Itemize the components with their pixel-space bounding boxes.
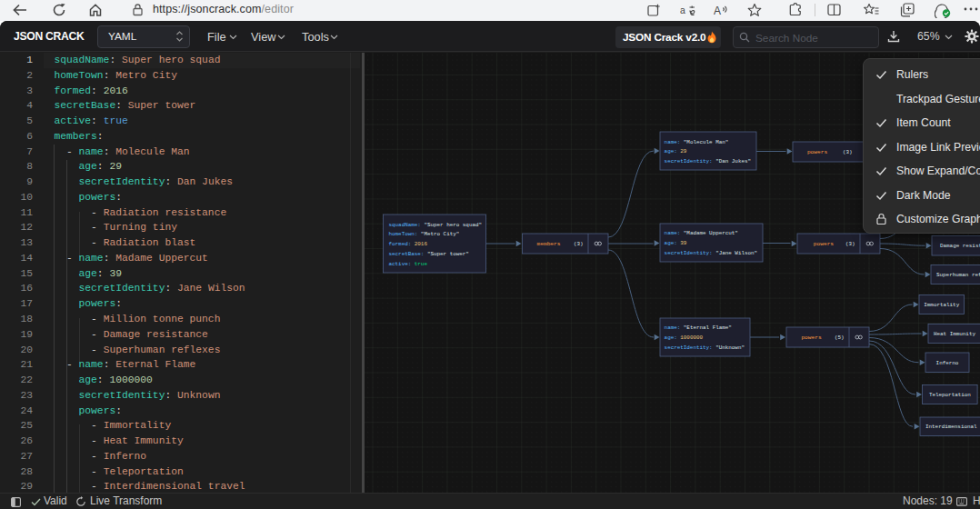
svg-text:Immortality: Immortality [924,302,959,308]
svg-text:secretIdentity: "Jane Wilson": secretIdentity: "Jane Wilson" [665,250,758,256]
svg-text:(3): (3) [574,241,584,247]
svg-text:(3): (3) [843,149,853,155]
svg-text:age: 29: age: 29 [665,148,687,155]
svg-text:age: 1000000: age: 1000000 [665,334,704,341]
svg-text:Interdimensional travel: Interdimensional travel [925,424,980,430]
svg-text:Heat Immunity: Heat Immunity [934,331,975,337]
svg-text:squadName: "Super hero squad": squadName: "Super hero squad" [389,222,483,228]
svg-text:active: true: active: true [389,261,428,267]
svg-text:a: a [680,5,685,15]
svg-text:powers: powers [814,241,835,247]
svg-text:age: 39: age: 39 [665,240,687,246]
svg-text:(5): (5) [835,334,845,341]
svg-text:powers: powers [807,149,828,155]
svg-text:secretIdentity: "Dan Jukes": secretIdentity: "Dan Jukes" [665,158,751,165]
svg-text:(3): (3) [845,241,855,247]
svg-text:name: "Molecule Man": name: "Molecule Man" [665,139,729,145]
svg-text:A: A [714,5,721,17]
svg-text:Inferno: Inferno [936,360,959,366]
svg-text:formed: 2016: formed: 2016 [389,241,428,247]
svg-text:Superhuman reflexes: Superhuman reflexes [936,272,980,278]
svg-text:homeTown: "Metro City": homeTown: "Metro City" [389,231,460,237]
svg-text:name: "Madame Uppercut": name: "Madame Uppercut" [665,230,738,236]
svg-text:secretBase: "Super tower": secretBase: "Super tower" [389,251,469,257]
svg-text:Teleportation: Teleportation [929,392,971,398]
svg-text:powers: powers [801,334,822,341]
svg-text:Damage resistance: Damage resistance [940,243,980,249]
svg-text:secretIdentity: "Unknown": secretIdentity: "Unknown" [665,344,745,351]
svg-text:members: members [537,241,561,247]
svg-text:name: "Eternal Flame": name: "Eternal Flame" [665,324,732,331]
